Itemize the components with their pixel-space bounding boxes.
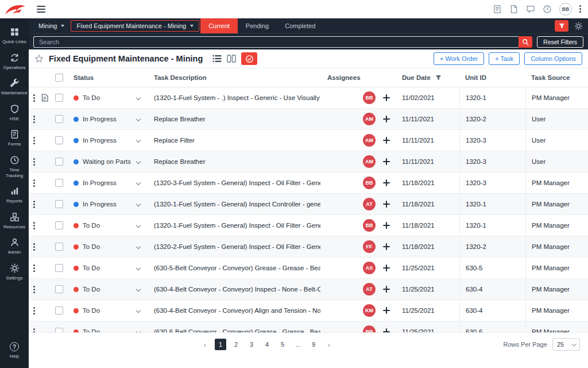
sidebar-item-resources[interactable]: Resources (0, 208, 29, 234)
note-icon[interactable] (41, 94, 48, 102)
row-checkbox[interactable] (55, 243, 63, 251)
row-menu-button[interactable] (29, 151, 39, 172)
table-row[interactable]: To Do(1320-2-Fuel System - General) Insp… (29, 236, 588, 258)
add-assignee-button[interactable] (383, 179, 390, 186)
assignee-avatar[interactable]: BB (363, 325, 376, 332)
table-row[interactable]: To Do(630-5-Belt Conveyor - Conveyor) Gr… (29, 258, 588, 279)
table-row[interactable]: To Do(630-4-Belt Conveyor - Conveyor) Al… (29, 300, 588, 321)
column-header-assignees[interactable]: Assignees (320, 74, 395, 81)
star-icon[interactable] (34, 54, 44, 63)
view-dropdown[interactable]: Fixed Equipment Maintenance - Mining (71, 20, 199, 32)
document-icon[interactable] (509, 5, 519, 14)
assignee-avatar[interactable]: AS (363, 262, 376, 274)
add-assignee-button[interactable] (383, 222, 390, 229)
row-checkbox[interactable] (55, 136, 63, 144)
add-assignee-button[interactable] (383, 94, 390, 101)
pagination-page[interactable]: 3 (246, 339, 257, 350)
status-dropdown[interactable]: In Progress (68, 194, 148, 214)
status-dropdown[interactable]: To Do (68, 215, 148, 236)
filter-icon[interactable] (435, 75, 442, 81)
pagination-page[interactable]: 1 (215, 339, 226, 350)
complete-view-button[interactable] (241, 52, 257, 65)
sidebar-item-settings[interactable]: Settings (0, 259, 29, 285)
column-header-status[interactable]: Status (68, 74, 148, 81)
list-view-icon[interactable] (212, 55, 222, 63)
column-header-due-date[interactable]: Due Date (395, 74, 459, 81)
row-menu-button[interactable] (29, 258, 39, 278)
row-menu-button[interactable] (29, 236, 39, 257)
site-dropdown[interactable]: Mining (32, 18, 71, 33)
status-dropdown[interactable]: To Do (68, 258, 148, 278)
add-assignee-button[interactable] (383, 137, 390, 144)
sidebar-item-forms[interactable]: Forms (0, 125, 29, 151)
row-checkbox[interactable] (55, 264, 63, 272)
status-dropdown[interactable]: To Do (68, 236, 148, 257)
menu-icon[interactable] (37, 9, 45, 10)
assignee-avatar[interactable]: BB (363, 91, 376, 104)
row-menu-button[interactable] (29, 321, 39, 332)
status-dropdown[interactable]: To Do (68, 87, 148, 108)
status-dropdown[interactable]: In Progress (68, 130, 148, 151)
add-assignee-button[interactable] (383, 116, 390, 122)
row-checkbox[interactable] (55, 94, 63, 102)
row-checkbox[interactable] (55, 115, 63, 123)
pagination-page[interactable]: 4 (261, 339, 273, 350)
assignee-avatar[interactable]: BB (363, 219, 376, 232)
assignee-avatar[interactable]: AT (363, 283, 376, 296)
sidebar-item-maintenance[interactable]: Maintenance (0, 74, 29, 100)
table-row[interactable]: In ProgressReplace BreatherAM11/11/20211… (29, 109, 588, 130)
table-row[interactable]: To Do(1320-1-Fuel System - .) Inspect - … (29, 87, 588, 109)
column-header-task-description[interactable]: Task Description (148, 74, 320, 81)
sidebar-item-help[interactable]: ? Help (0, 338, 29, 363)
file-report-icon[interactable] (493, 5, 502, 14)
column-options-button[interactable]: Column Options (524, 52, 582, 65)
assignee-avatar[interactable]: AM (363, 134, 376, 147)
status-dropdown[interactable]: Waiting on Parts (68, 151, 148, 172)
topbar-kebab-icon[interactable] (579, 8, 581, 10)
assignee-avatar[interactable]: AT (363, 198, 376, 210)
table-row[interactable]: To Do(630-4-Belt Conveyor - Conveyor) In… (29, 279, 588, 300)
sidebar-item-time-tracking[interactable]: Time Tracking (0, 151, 29, 182)
row-checkbox[interactable] (55, 221, 63, 229)
row-menu-button[interactable] (29, 279, 39, 300)
note-cell[interactable] (39, 87, 51, 108)
add-assignee-button[interactable] (383, 286, 390, 293)
row-menu-button[interactable] (29, 87, 39, 108)
status-dropdown[interactable]: In Progress (68, 172, 148, 193)
assignee-avatar[interactable]: AM (363, 113, 376, 125)
row-menu-button[interactable] (29, 172, 39, 193)
assignee-avatar[interactable]: AM (363, 155, 376, 168)
search-button[interactable] (519, 36, 532, 48)
row-menu-button[interactable] (29, 300, 39, 321)
table-row[interactable]: Waiting on PartsReplace BreatherAM11/11/… (29, 151, 588, 172)
table-row[interactable]: In Progress(1320-3-Fuel System - General… (29, 172, 588, 194)
add-assignee-button[interactable] (383, 264, 390, 271)
filter-button[interactable] (555, 20, 568, 32)
row-checkbox[interactable] (55, 285, 63, 293)
search-input[interactable] (33, 36, 519, 48)
table-row[interactable]: To Do(1320-1-Fuel System - General) Insp… (29, 215, 588, 236)
column-header-unit-id[interactable]: Unit ID (459, 74, 525, 81)
add-assignee-button[interactable] (383, 307, 390, 314)
sidebar-item-admin[interactable]: Admin (0, 233, 29, 259)
select-all-checkbox[interactable] (55, 74, 63, 82)
rows-per-page-select[interactable]: 25 (552, 338, 580, 351)
add-assignee-button[interactable] (383, 201, 390, 208)
row-menu-button[interactable] (29, 109, 39, 129)
sidebar-item-quick-links[interactable]: Quick Links (0, 23, 29, 49)
add-assignee-button[interactable] (383, 243, 390, 250)
table-row[interactable]: In ProgressReplace FilterAM11/11/2021132… (29, 130, 588, 151)
add-work-order-button[interactable]: + Work Order (434, 52, 484, 65)
board-view-icon[interactable] (227, 55, 236, 63)
status-dropdown[interactable]: To Do (68, 300, 148, 321)
tab-current[interactable]: Current (200, 18, 238, 33)
add-task-button[interactable]: + Task (489, 52, 520, 65)
pagination-next[interactable]: › (323, 339, 335, 350)
reset-filters-button[interactable]: Reset Filters (537, 36, 583, 48)
row-checkbox[interactable] (55, 179, 63, 187)
sidebar-item-hse[interactable]: HSE (0, 100, 29, 126)
sidebar-item-reports[interactable]: Reports (0, 182, 29, 208)
sidebar-item-operations[interactable]: Operations (0, 49, 29, 75)
row-menu-button[interactable] (29, 130, 39, 151)
row-checkbox[interactable] (55, 200, 63, 208)
